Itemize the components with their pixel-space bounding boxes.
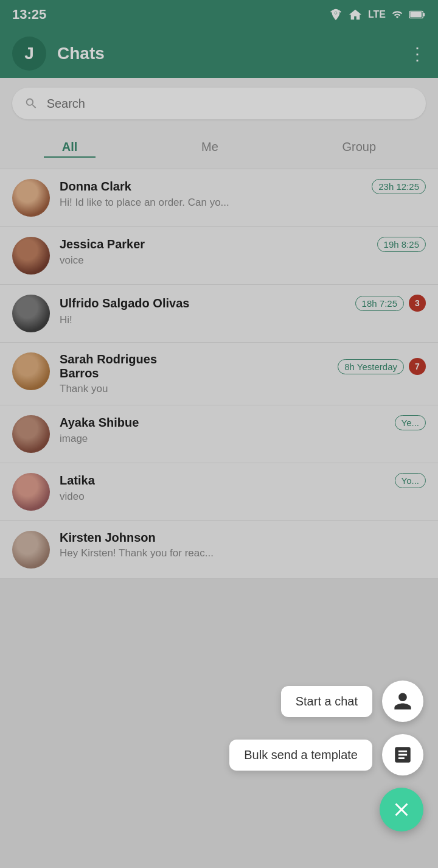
bulk-send-label[interactable]: Bulk send a template — [229, 740, 372, 771]
chat-name: Donna Clark — [60, 180, 131, 194]
svg-point-0 — [335, 12, 337, 14]
start-chat-label[interactable]: Start a chat — [281, 686, 372, 717]
chat-preview: image — [60, 433, 426, 445]
chat-name: Ayaka Shibue — [60, 416, 139, 430]
chat-time-badge: 23h 12:25 — [372, 179, 426, 194]
page-title: Chats — [57, 44, 105, 63]
chat-preview: Hey Kirsten! Thank you for reac... — [60, 547, 426, 559]
bulk-send-button[interactable] — [382, 734, 423, 775]
close-icon — [391, 799, 412, 821]
chat-item-jessica[interactable]: Jessica Parker 19h 8:25 voice — [0, 227, 438, 285]
time-pill: 23h 12:25 — [372, 179, 426, 194]
search-container — [0, 78, 438, 129]
chat-name: Ulfrido Salgado Olivas — [60, 296, 189, 310]
chat-item-kirsten[interactable]: Kirsten Johnson Hey Kirsten! Thank you f… — [0, 521, 438, 579]
chat-preview: Thank you — [60, 383, 426, 395]
status-bar: 13:25 LTE — [0, 0, 438, 29]
time-pill: 19h 8:25 — [377, 237, 426, 252]
lte-indicator: LTE — [368, 9, 386, 20]
chat-name-row: Ayaka Shibue Ye... — [60, 415, 426, 430]
chat-name-row: Donna Clark 23h 12:25 — [60, 179, 426, 194]
svg-rect-3 — [410, 12, 422, 17]
start-chat-row: Start a chat — [281, 681, 423, 722]
chat-name-row: Jessica Parker 19h 8:25 — [60, 237, 426, 252]
chat-content-donna: Donna Clark 23h 12:25 Hi! Id like to pla… — [60, 179, 426, 209]
chat-content-kirsten: Kirsten Johnson Hey Kirsten! Thank you f… — [60, 531, 426, 559]
chat-item-sarah[interactable]: Sarah RodriguesBarros 8h Yesterday 7 Tha… — [0, 343, 438, 405]
chat-preview: Hi! — [60, 314, 426, 326]
time-pill: Yo... — [395, 473, 426, 488]
time-pill: Ye... — [395, 415, 426, 430]
avatar-ayaka — [12, 415, 50, 453]
alarm-icon — [329, 8, 342, 21]
chat-name: Jessica Parker — [60, 237, 145, 251]
battery-icon — [409, 9, 426, 20]
chat-item-ayaka[interactable]: Ayaka Shibue Ye... image — [0, 405, 438, 463]
chat-preview: video — [60, 491, 426, 503]
header-left: J Chats — [12, 37, 105, 71]
chat-name: Latika — [60, 474, 95, 488]
status-icons: LTE — [329, 8, 426, 21]
chat-preview: voice — [60, 254, 426, 267]
avatar-kirsten — [12, 531, 50, 569]
search-bar — [12, 88, 426, 119]
chat-name-row: Ulfrido Salgado Olivas 18h 7:25 3 — [60, 295, 426, 312]
chat-name: Sarah RodriguesBarros — [60, 352, 157, 380]
tab-group[interactable]: Group — [324, 138, 395, 158]
chat-name: Kirsten Johnson — [60, 531, 156, 545]
chat-item-latika[interactable]: Latika Yo... video — [0, 463, 438, 521]
tab-me[interactable]: Me — [183, 138, 237, 158]
more-options-button[interactable]: ⋮ — [409, 44, 426, 64]
time-pill: 8h Yesterday — [338, 359, 404, 374]
chat-item-donna[interactable]: Donna Clark 23h 12:25 Hi! Id like to pla… — [0, 169, 438, 227]
unread-badge: 7 — [409, 358, 426, 375]
template-icon — [392, 744, 413, 765]
status-time: 13:25 — [12, 7, 46, 23]
search-input[interactable] — [47, 97, 414, 111]
chat-content-ayaka: Ayaka Shibue Ye... image — [60, 415, 426, 445]
chat-time-badge: 18h 7:25 3 — [355, 295, 426, 312]
svg-rect-2 — [423, 13, 425, 16]
tab-all[interactable]: All — [44, 138, 96, 158]
chat-content-ulfrido: Ulfrido Salgado Olivas 18h 7:25 3 Hi! — [60, 295, 426, 326]
avatar-jessica — [12, 237, 50, 275]
chat-item-ulfrido[interactable]: Ulfrido Salgado Olivas 18h 7:25 3 Hi! — [0, 285, 438, 343]
fab-container: Start a chat Bulk send a template — [229, 681, 423, 831]
chat-content-latika: Latika Yo... video — [60, 473, 426, 503]
unread-badge: 3 — [409, 295, 426, 312]
filter-tabs: All Me Group — [0, 129, 438, 169]
chat-content-sarah: Sarah RodriguesBarros 8h Yesterday 7 Tha… — [60, 352, 426, 395]
chat-time-badge: Yo... — [395, 473, 426, 488]
chat-time-badge: 19h 8:25 — [377, 237, 426, 252]
avatar-latika — [12, 473, 50, 511]
chat-name-row: Sarah RodriguesBarros 8h Yesterday 7 — [60, 352, 426, 380]
avatar-donna — [12, 179, 50, 217]
person-icon — [392, 691, 413, 712]
search-icon — [24, 96, 38, 111]
chat-time-badge: Ye... — [395, 415, 426, 430]
signal-icon — [392, 9, 403, 20]
chat-time-badge: 8h Yesterday 7 — [338, 358, 426, 375]
chat-list: Donna Clark 23h 12:25 Hi! Id like to pla… — [0, 169, 438, 579]
chat-name-row: Kirsten Johnson — [60, 531, 426, 545]
avatar-ulfrido — [12, 295, 50, 332]
start-chat-button[interactable] — [382, 681, 423, 722]
close-fab-button[interactable] — [380, 788, 423, 831]
chat-preview: Hi! Id like to place an order. Can yo... — [60, 197, 426, 209]
bulk-send-row: Bulk send a template — [229, 734, 423, 775]
chat-content-jessica: Jessica Parker 19h 8:25 voice — [60, 237, 426, 267]
app-header: J Chats ⋮ — [0, 29, 438, 78]
wifi-icon — [349, 8, 362, 21]
user-avatar[interactable]: J — [12, 37, 46, 71]
time-pill: 18h 7:25 — [355, 296, 404, 311]
chat-name-row: Latika Yo... — [60, 473, 426, 488]
avatar-sarah — [12, 352, 50, 390]
